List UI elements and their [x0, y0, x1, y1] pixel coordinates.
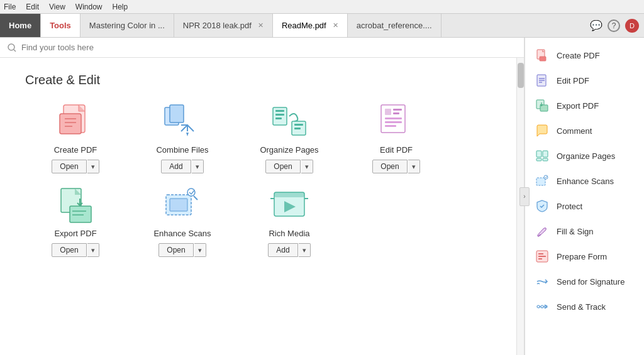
tab-readme-label: ReadMe.pdf: [282, 21, 326, 30]
right-item-prepare-form[interactable]: Prepare Form: [525, 244, 644, 269]
svg-rect-42: [540, 57, 546, 61]
create-pdf-name: Create PDF: [54, 145, 97, 155]
tab-acrobat-label: acrobat_reference....: [357, 21, 432, 30]
svg-rect-53: [536, 178, 545, 185]
tab-readme[interactable]: ReadMe.pdf ✕: [273, 14, 348, 37]
right-export-pdf-label: Export PDF: [557, 101, 599, 111]
right-item-protect[interactable]: Protect: [525, 194, 644, 219]
edit-pdf-dropdown-btn[interactable]: ▾: [408, 160, 420, 173]
svg-rect-52: [543, 158, 548, 161]
edit-pdf-name: Edit PDF: [380, 145, 413, 155]
right-organize-pages-label: Organize Pages: [557, 151, 615, 161]
export-pdf-btn-wrap: Open ▾: [52, 243, 99, 257]
scrollbar-thumb[interactable]: [518, 63, 524, 88]
right-edit-pdf-label: Edit PDF: [557, 76, 589, 85]
rich-media-icon: [270, 186, 308, 224]
enhance-scans-btn-wrap: Open ▾: [158, 243, 206, 257]
enhance-scans-open-btn[interactable]: Open: [158, 243, 193, 257]
svg-rect-16: [275, 117, 282, 119]
right-edit-pdf-icon: [535, 74, 549, 87]
rich-media-dropdown-btn[interactable]: ▾: [299, 243, 311, 257]
right-item-organize-pages[interactable]: Organize Pages: [525, 143, 644, 168]
tab-bar: Home Tools Mastering Color in ... NPR 20…: [0, 14, 644, 38]
right-item-create-pdf[interactable]: Create PDF: [525, 43, 644, 68]
create-pdf-icon: [57, 102, 94, 140]
svg-rect-22: [393, 109, 402, 111]
enhance-scans-name: Enhance Scans: [153, 229, 211, 238]
svg-rect-56: [538, 253, 543, 254]
tab-mastering-color-label: Mastering Color in ...: [89, 21, 165, 30]
svg-rect-15: [275, 114, 284, 116]
create-pdf-dropdown-btn[interactable]: ▾: [87, 160, 99, 173]
export-pdf-name: Export PDF: [54, 229, 96, 238]
main-layout: Create & Edit: [0, 38, 644, 355]
right-item-comment[interactable]: Comment: [525, 118, 644, 143]
rich-media-btn-wrap: Add ▾: [268, 243, 310, 257]
tab-readme-close[interactable]: ✕: [333, 21, 338, 30]
svg-point-60: [541, 305, 543, 308]
export-pdf-dropdown-btn[interactable]: ▾: [87, 243, 99, 257]
svg-rect-49: [536, 151, 541, 157]
organize-pages-open-btn[interactable]: Open: [265, 160, 300, 173]
tab-mastering-color[interactable]: Mastering Color in ...: [80, 14, 174, 37]
right-item-enhance-scans[interactable]: Enhance Scans: [525, 168, 644, 194]
combine-files-btn-wrap: Add ▾: [161, 160, 203, 173]
left-panel: Create & Edit: [0, 38, 525, 355]
tab-home-label: Home: [9, 21, 31, 30]
combine-files-add-btn[interactable]: Add: [161, 160, 191, 173]
menu-view[interactable]: View: [49, 3, 65, 11]
right-fill-sign-label: Fill & Sign: [557, 227, 594, 236]
menu-help[interactable]: Help: [113, 3, 128, 11]
right-comment-icon: [535, 124, 549, 138]
collapse-button[interactable]: ›: [519, 187, 530, 206]
right-item-export-pdf[interactable]: Export PDF: [525, 93, 644, 118]
export-pdf-open-btn[interactable]: Open: [52, 243, 86, 257]
tab-npr-close[interactable]: ✕: [258, 21, 264, 30]
right-enhance-scans-label: Enhance Scans: [557, 177, 614, 186]
enhance-scans-dropdown-btn[interactable]: ▾: [194, 243, 206, 257]
edit-pdf-open-btn[interactable]: Open: [372, 160, 407, 173]
right-fill-sign-icon: [535, 224, 549, 238]
create-pdf-open-btn[interactable]: Open: [52, 160, 86, 173]
combine-files-dropdown-btn[interactable]: ▾: [192, 160, 204, 173]
right-send-signature-label: Send for Signature: [557, 277, 625, 287]
help-icon[interactable]: ?: [608, 19, 620, 32]
tool-organize-pages: Organize Pages Open ▾: [239, 102, 340, 173]
svg-rect-58: [538, 258, 542, 259]
menu-edit[interactable]: Edit: [26, 3, 39, 11]
right-organize-pages-icon: [535, 149, 549, 163]
search-input[interactable]: [21, 43, 516, 52]
right-item-send-track[interactable]: Send & Track: [525, 294, 644, 319]
right-item-send-signature[interactable]: Send for Signature: [525, 269, 644, 294]
svg-rect-57: [538, 256, 546, 257]
organize-pages-dropdown-btn[interactable]: ▾: [301, 160, 313, 173]
chat-icon[interactable]: 💬: [590, 19, 602, 31]
search-icon: [8, 43, 16, 52]
svg-point-0: [8, 44, 14, 50]
tools-grid: Create PDF Open ▾: [25, 102, 499, 257]
rich-media-name: Rich Media: [269, 229, 309, 238]
svg-rect-51: [536, 158, 541, 161]
menu-file[interactable]: File: [4, 3, 16, 11]
right-create-pdf-icon: [535, 48, 549, 62]
menu-bar: File Edit View Window Help: [0, 0, 644, 14]
tab-tools[interactable]: Tools: [41, 14, 80, 37]
svg-rect-26: [385, 125, 396, 127]
tab-acrobat[interactable]: acrobat_reference....: [348, 14, 441, 37]
right-item-edit-pdf[interactable]: Edit PDF: [525, 68, 644, 93]
tool-export-pdf: Export PDF Open ▾: [25, 186, 126, 257]
tab-home[interactable]: Home: [0, 14, 41, 37]
svg-rect-6: [60, 114, 81, 134]
menu-window[interactable]: Window: [75, 3, 103, 11]
section-title: Create & Edit: [25, 73, 499, 87]
organize-pages-icon: [270, 102, 308, 140]
edit-pdf-btn-wrap: Open ▾: [372, 160, 419, 173]
right-prepare-form-label: Prepare Form: [557, 252, 607, 261]
user-avatar[interactable]: D: [625, 19, 639, 33]
rich-media-add-btn[interactable]: Add: [268, 243, 297, 257]
svg-rect-14: [275, 110, 284, 112]
right-item-fill-sign[interactable]: Fill & Sign: [525, 219, 644, 244]
scrollbar-track[interactable]: [516, 58, 524, 355]
tab-npr[interactable]: NPR 2018 leak.pdf ✕: [174, 14, 273, 37]
tool-edit-pdf: Edit PDF Open ▾: [346, 102, 447, 173]
